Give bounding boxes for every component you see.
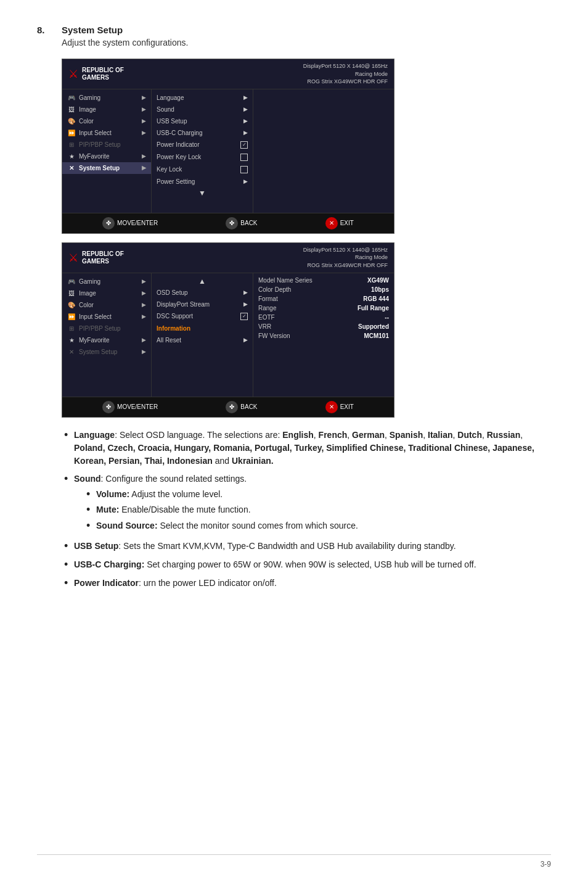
system-setup-icon-2: ✕ xyxy=(67,349,76,355)
rog-logo-icon-2: ⚔ xyxy=(68,252,78,263)
menu-pip-pbp-1[interactable]: ⊞ PIP/PBP Setup xyxy=(62,139,151,151)
image-icon-1: 🖼 xyxy=(67,106,76,113)
osd-left-menu-1: 🎮 Gaming ▶ 🖼 Image ▶ 🎨 Color ▶ ⏩ Input S… xyxy=(62,89,152,213)
mid-language[interactable]: Language ▶ xyxy=(152,92,253,104)
bullet-usb-setup: • USB Setup: Sets the Smart KVM,KVM, Typ… xyxy=(62,540,551,553)
bullet-list: • Language: Select OSD language. The sel… xyxy=(62,429,551,590)
menu-gaming-1[interactable]: 🎮 Gaming ▶ xyxy=(62,92,151,104)
dsc-support-checkbox[interactable] xyxy=(240,313,248,320)
mid-sound[interactable]: Sound ▶ xyxy=(152,104,253,115)
osd-logo-2: ⚔ REPUBLIC OF GAMERS xyxy=(68,250,124,265)
back-icon-1: ✤ xyxy=(226,217,238,229)
section-number: 8. xyxy=(37,25,62,35)
mid-all-reset[interactable]: All Reset ▶ xyxy=(152,334,253,346)
section-title-block: System Setup Adjust the system configura… xyxy=(62,25,188,47)
osd-right-panel-2: Model Name Series XG49W Color Depth 10bp… xyxy=(253,273,394,397)
sub-bullet-list-sound: • Volume: Adjust the volume level. • Mut… xyxy=(86,488,551,533)
menu-image-2[interactable]: 🖼 Image ▶ xyxy=(62,287,151,299)
osd-body-2: 🎮 Gaming ▶ 🖼 Image ▶ 🎨 Color ▶ ⏩ Input S… xyxy=(62,273,394,397)
info-format: Format RGB 444 xyxy=(258,294,389,303)
back-icon-2: ✤ xyxy=(226,401,238,413)
osd-middle-menu-2: ▲ OSD Setup ▶ DisplayPort Stream ▶ DSC S… xyxy=(152,273,253,397)
mid-power-setting[interactable]: Power Setting ▶ xyxy=(152,176,253,188)
back-btn-1[interactable]: ✤ BACK xyxy=(226,217,257,229)
bullet-usbc-charging: • USB-C Charging: Set charging power to … xyxy=(62,558,551,572)
osd-container: ⚔ REPUBLIC OF GAMERS DisplayPort 5120 X … xyxy=(62,59,551,418)
sub-bullet-mute: • Mute: Enable/Disable the mute function… xyxy=(86,503,551,517)
osd-status-2: DisplayPort 5120 X 1440@ 165Hz Racing Mo… xyxy=(303,246,388,270)
exit-btn-1[interactable]: ✕ EXIT xyxy=(325,217,354,229)
menu-input-select-2[interactable]: ⏩ Input Select ▶ xyxy=(62,311,151,323)
up-arrow-2: ▲ xyxy=(152,276,253,287)
menu-color-1[interactable]: 🎨 Color ▶ xyxy=(62,115,151,127)
bullet-language: • Language: Select OSD language. The sel… xyxy=(62,429,551,468)
osd-topbar-2: ⚔ REPUBLIC OF GAMERS DisplayPort 5120 X … xyxy=(62,243,394,273)
osd-logo-text-1: REPUBLIC OF GAMERS xyxy=(82,67,124,81)
osd-body-1: 🎮 Gaming ▶ 🖼 Image ▶ 🎨 Color ▶ ⏩ Input S… xyxy=(62,89,394,213)
mid-usbc-charging[interactable]: USB-C Charging ▶ xyxy=(152,127,253,139)
page-footer: 3-9 xyxy=(37,854,551,868)
favorite-icon-1: ★ xyxy=(67,153,76,160)
menu-system-setup-2[interactable]: ✕ System Setup ▶ xyxy=(62,346,151,358)
mid-key-lock[interactable]: Key Lock xyxy=(152,163,253,176)
section-subtitle: Adjust the system configurations. xyxy=(62,38,188,47)
mid-power-indicator[interactable]: Power Indicator xyxy=(152,139,253,151)
info-model-name: Model Name Series XG49W xyxy=(258,276,389,285)
color-icon-2: 🎨 xyxy=(67,302,76,308)
osd-topbar-1: ⚔ REPUBLIC OF GAMERS DisplayPort 5120 X … xyxy=(62,59,394,89)
color-icon-1: 🎨 xyxy=(67,118,76,125)
mid-information[interactable]: Information xyxy=(152,323,253,334)
power-key-lock-checkbox[interactable] xyxy=(240,154,248,161)
osd-logo-text-2: REPUBLIC OF GAMERS xyxy=(82,250,124,265)
move-enter-btn-2[interactable]: ✤ MOVE/ENTER xyxy=(102,401,158,413)
section-header: 8. System Setup Adjust the system config… xyxy=(37,25,551,47)
gaming-icon-2: 🎮 xyxy=(67,278,76,285)
info-range: Range Full Range xyxy=(258,303,389,313)
menu-system-setup-1[interactable]: ✕ System Setup ▶ xyxy=(62,162,151,174)
page-number: 3-9 xyxy=(541,860,551,868)
osd-status-1: DisplayPort 5120 X 1440@ 165Hz Racing Mo… xyxy=(303,62,388,86)
exit-btn-2[interactable]: ✕ EXIT xyxy=(325,401,354,413)
menu-color-2[interactable]: 🎨 Color ▶ xyxy=(62,299,151,311)
bullet-sound: • Sound: Configure the sound related set… xyxy=(62,472,551,535)
pip-icon-1: ⊞ xyxy=(67,141,76,148)
system-setup-icon-1: ✕ xyxy=(67,165,76,171)
power-indicator-checkbox[interactable] xyxy=(240,141,248,149)
image-icon-2: 🖼 xyxy=(67,290,76,297)
move-enter-icon-2: ✤ xyxy=(102,401,115,413)
osd-footer-2: ✤ MOVE/ENTER ✤ BACK ✕ EXIT xyxy=(62,397,394,417)
osd-left-menu-2: 🎮 Gaming ▶ 🖼 Image ▶ 🎨 Color ▶ ⏩ Input S… xyxy=(62,273,152,397)
osd-logo-1: ⚔ REPUBLIC OF GAMERS xyxy=(68,67,124,81)
mid-displayport-stream[interactable]: DisplayPort Stream ▶ xyxy=(152,299,253,310)
menu-input-select-1[interactable]: ⏩ Input Select ▶ xyxy=(62,127,151,139)
osd-footer-1: ✤ MOVE/ENTER ✤ BACK ✕ EXIT xyxy=(62,213,394,233)
mid-power-key-lock[interactable]: Power Key Lock xyxy=(152,151,253,163)
menu-myfavorite-1[interactable]: ★ MyFavorite ▶ xyxy=(62,151,151,162)
key-lock-checkbox[interactable] xyxy=(240,166,248,173)
mid-usb-setup[interactable]: USB Setup ▶ xyxy=(152,115,253,127)
sub-bullet-volume: • Volume: Adjust the volume level. xyxy=(86,488,551,501)
favorite-icon-2: ★ xyxy=(67,337,76,344)
menu-image-1[interactable]: 🖼 Image ▶ xyxy=(62,104,151,115)
info-eotf: EOTF -- xyxy=(258,313,389,322)
info-color-depth: Color Depth 10bps xyxy=(258,285,389,294)
exit-icon-2: ✕ xyxy=(325,401,338,413)
mid-osd-setup[interactable]: OSD Setup ▶ xyxy=(152,287,253,299)
move-enter-icon-1: ✤ xyxy=(102,217,115,229)
down-arrow-1: ▼ xyxy=(152,188,253,199)
back-btn-2[interactable]: ✤ BACK xyxy=(226,401,257,413)
mid-dsc-support[interactable]: DSC Support xyxy=(152,310,253,323)
move-enter-btn-1[interactable]: ✤ MOVE/ENTER xyxy=(102,217,158,229)
pip-icon-2: ⊞ xyxy=(67,325,76,332)
info-fw-version: FW Version MCM101 xyxy=(258,331,389,340)
input-select-icon-2: ⏩ xyxy=(67,313,76,320)
osd-middle-menu-1: Language ▶ Sound ▶ USB Setup ▶ USB-C Cha… xyxy=(152,89,253,213)
exit-icon-1: ✕ xyxy=(325,217,338,229)
rog-logo-icon-1: ⚔ xyxy=(68,68,78,80)
menu-gaming-2[interactable]: 🎮 Gaming ▶ xyxy=(62,276,151,287)
info-vrr: VRR Supported xyxy=(258,322,389,331)
menu-myfavorite-2[interactable]: ★ MyFavorite ▶ xyxy=(62,334,151,346)
menu-pip-pbp-2[interactable]: ⊞ PIP/PBP Setup xyxy=(62,323,151,334)
sub-bullet-sound-source: • Sound Source: Select the monitor sound… xyxy=(86,519,551,533)
input-select-icon-1: ⏩ xyxy=(67,130,76,136)
